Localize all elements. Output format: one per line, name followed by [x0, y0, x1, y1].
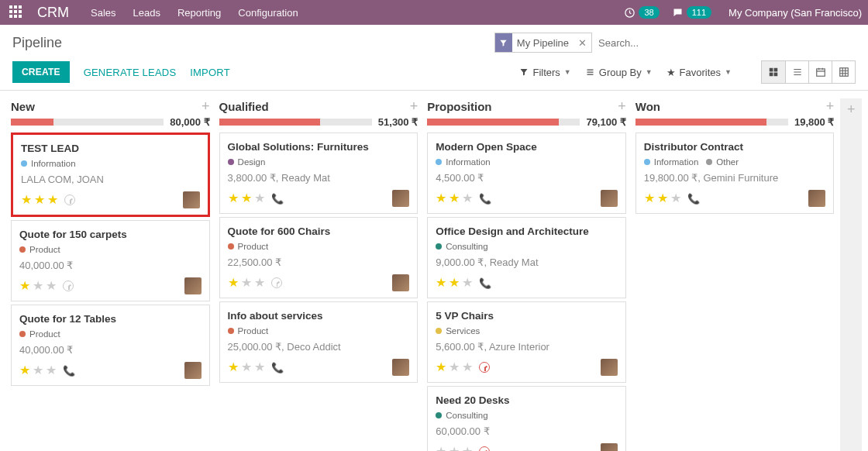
kanban-card[interactable]: Modern Open SpaceInformation4,500.00 ₹★★… — [427, 133, 626, 214]
star-icon[interactable]: ★ — [254, 277, 265, 289]
star-icon[interactable]: ★ — [462, 277, 473, 289]
star-icon[interactable]: ★ — [47, 194, 58, 206]
star-icon[interactable]: ★ — [449, 446, 460, 451]
list-view-button[interactable] — [785, 61, 808, 83]
filters-dropdown[interactable]: Filters▼ — [519, 67, 570, 78]
priority-stars[interactable]: ★★★ — [436, 192, 473, 205]
progress-bar[interactable] — [636, 119, 788, 126]
avatar[interactable] — [184, 362, 202, 379]
priority-stars[interactable]: ★★★ — [19, 364, 57, 377]
star-icon[interactable]: ★ — [19, 280, 30, 292]
nav-configuration[interactable]: Configuration — [238, 7, 298, 19]
star-icon[interactable]: ★ — [670, 192, 681, 205]
star-icon[interactable]: ★ — [254, 192, 265, 205]
create-button[interactable]: CREATE — [12, 61, 70, 83]
star-icon[interactable]: ★ — [254, 361, 265, 374]
star-icon[interactable]: ★ — [228, 192, 239, 205]
star-icon[interactable]: ★ — [436, 192, 446, 205]
nav-leads[interactable]: Leads — [133, 7, 160, 19]
star-icon[interactable]: ★ — [46, 280, 57, 292]
avatar[interactable] — [392, 190, 409, 207]
activity-clock-icon[interactable] — [63, 281, 74, 291]
kanban-card[interactable]: Distributor ContractInformationOther19,8… — [636, 133, 835, 214]
star-icon[interactable]: ★ — [33, 364, 43, 377]
star-icon[interactable]: ★ — [449, 192, 460, 205]
star-icon[interactable]: ★ — [241, 361, 252, 374]
nav-sales[interactable]: Sales — [91, 7, 116, 19]
star-icon[interactable]: ★ — [34, 194, 45, 206]
generate-leads-button[interactable]: GENERATE LEADS — [84, 67, 177, 78]
priority-stars[interactable]: ★★★ — [21, 194, 58, 206]
star-icon[interactable]: ★ — [228, 277, 239, 289]
star-icon[interactable]: ★ — [19, 364, 30, 377]
avatar[interactable] — [601, 443, 618, 451]
priority-stars[interactable]: ★★★ — [436, 446, 473, 451]
kanban-card[interactable]: Quote for 12 TablesProduct40,000.00 ₹★★★… — [11, 305, 210, 386]
discuss-button[interactable]: 111 — [672, 6, 711, 19]
avatar[interactable] — [184, 277, 202, 294]
search-input[interactable] — [592, 34, 856, 52]
activity-overdue-icon[interactable] — [479, 446, 490, 451]
star-icon[interactable]: ★ — [241, 277, 252, 289]
apps-icon[interactable] — [9, 5, 23, 19]
app-brand[interactable]: CRM — [37, 5, 69, 21]
phone-icon[interactable]: 📞 — [479, 277, 491, 289]
groupby-dropdown[interactable]: Group By▼ — [585, 67, 653, 78]
phone-icon[interactable]: 📞 — [63, 365, 75, 377]
column-add-icon[interactable]: + — [202, 98, 210, 115]
add-column-button[interactable]: + — [840, 98, 862, 451]
star-icon[interactable]: ★ — [241, 192, 252, 205]
phone-icon[interactable]: 📞 — [271, 193, 284, 205]
activity-overdue-icon[interactable] — [479, 362, 490, 373]
priority-stars[interactable]: ★★★ — [436, 361, 473, 374]
favorites-dropdown[interactable]: ★ Favorites▼ — [666, 67, 732, 78]
star-icon[interactable]: ★ — [449, 361, 460, 374]
phone-icon[interactable]: 📞 — [479, 193, 491, 205]
star-icon[interactable]: ★ — [436, 361, 446, 374]
star-icon[interactable]: ★ — [449, 277, 460, 289]
phone-icon[interactable]: 📞 — [687, 193, 700, 205]
company-switcher[interactable]: My Company (San Francisco) — [728, 7, 862, 19]
kanban-card[interactable]: Office Design and ArchitectureConsulting… — [427, 217, 626, 298]
progress-bar[interactable] — [11, 119, 164, 126]
activity-clock-icon[interactable] — [271, 277, 282, 288]
progress-bar[interactable] — [427, 119, 580, 126]
column-add-icon[interactable]: + — [410, 98, 418, 115]
priority-stars[interactable]: ★★★ — [228, 361, 265, 374]
avatar[interactable] — [392, 274, 409, 291]
progress-bar[interactable] — [219, 119, 372, 126]
star-icon[interactable]: ★ — [33, 280, 43, 292]
calendar-view-button[interactable] — [808, 61, 832, 83]
star-icon[interactable]: ★ — [462, 361, 473, 374]
priority-stars[interactable]: ★★★ — [228, 192, 265, 205]
priority-stars[interactable]: ★★★ — [644, 192, 681, 205]
priority-stars[interactable]: ★★★ — [19, 280, 57, 292]
facet-remove-icon[interactable]: ✕ — [574, 37, 591, 49]
activity-clock-icon[interactable] — [64, 195, 75, 205]
kanban-card[interactable]: Need 20 DesksConsulting60,000.00 ₹★★★ — [427, 386, 626, 451]
priority-stars[interactable]: ★★★ — [436, 277, 473, 289]
avatar[interactable] — [601, 359, 618, 376]
priority-stars[interactable]: ★★★ — [228, 277, 265, 289]
star-icon[interactable]: ★ — [46, 364, 57, 377]
kanban-view-button[interactable] — [762, 61, 785, 83]
phone-icon[interactable]: 📞 — [271, 362, 284, 374]
star-icon[interactable]: ★ — [436, 277, 446, 289]
kanban-card[interactable]: 5 VP ChairsServices5,600.00 ₹, Azure Int… — [427, 301, 626, 383]
star-icon[interactable]: ★ — [228, 361, 239, 374]
activities-button[interactable]: 38 — [624, 6, 659, 19]
kanban-card[interactable]: Quote for 150 carpetsProduct40,000.00 ₹★… — [11, 220, 210, 301]
kanban-card[interactable]: TEST LEADInformationLALA COM, JOAN★★★ — [11, 133, 210, 217]
column-add-icon[interactable]: + — [826, 98, 835, 115]
kanban-card[interactable]: Quote for 600 ChairsProduct22,500.00 ₹★★… — [219, 217, 418, 298]
avatar[interactable] — [808, 190, 825, 207]
kanban-card[interactable]: Info about servicesProduct25,000.00 ₹, D… — [219, 301, 418, 383]
nav-reporting[interactable]: Reporting — [177, 7, 221, 19]
avatar[interactable] — [601, 190, 618, 207]
avatar[interactable] — [392, 359, 409, 376]
star-icon[interactable]: ★ — [21, 194, 32, 206]
kanban-card[interactable]: Global Solutions: FurnituresDesign3,800.… — [219, 133, 418, 214]
avatar[interactable] — [183, 191, 200, 208]
star-icon[interactable]: ★ — [462, 446, 473, 451]
star-icon[interactable]: ★ — [462, 192, 473, 205]
